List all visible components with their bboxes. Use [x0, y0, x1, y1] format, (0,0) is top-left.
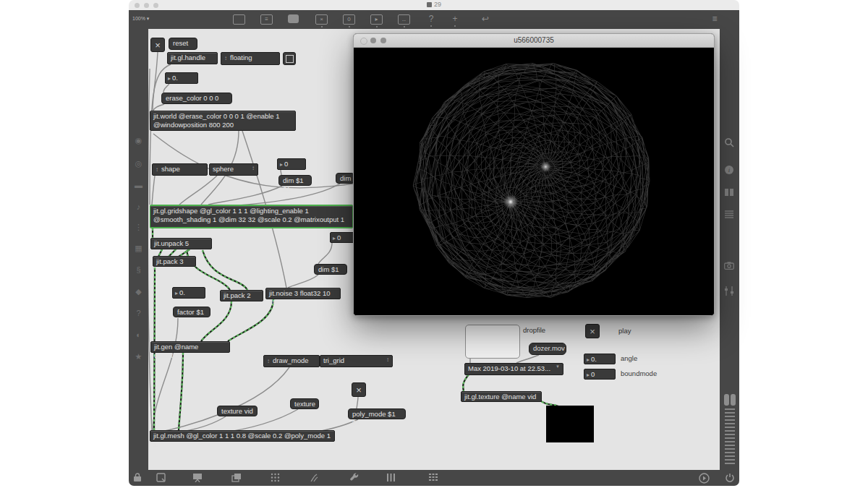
render-window: u566000735 — [353, 33, 715, 316]
poly-mode-message[interactable]: poly_mode $1 $1 — [348, 408, 406, 419]
texture-vid-message[interactable]: texture vid — [217, 406, 258, 416]
object-box-icon[interactable] — [233, 14, 245, 25]
movie-umenu[interactable]: ▼Max 2019-03-10 at 22.53... — [464, 363, 563, 375]
dozer-mov-message[interactable]: dozer.mov — [529, 343, 566, 355]
boundmode-number[interactable]: ▸0 — [584, 369, 616, 380]
console-list-icon[interactable] — [724, 210, 734, 218]
render-window-title: u566000735 — [354, 36, 714, 44]
dim51-message[interactable]: dim 51 — [336, 173, 354, 184]
search-icon[interactable] — [724, 137, 734, 147]
flonum-erase[interactable]: ▸0. — [165, 72, 198, 84]
preview-pwindow[interactable] — [546, 406, 594, 442]
timing-icon[interactable]: ◐ — [129, 330, 148, 339]
draw-mode-umenu[interactable]: ↕tri_grid — [320, 355, 393, 367]
jit-unpack-object[interactable]: jit.unpack 5 — [150, 238, 212, 249]
shape-umenu[interactable]: ↕sphere — [209, 163, 258, 176]
info-icon[interactable]: i — [724, 165, 734, 175]
jit-pack3-object[interactable]: jit.pack 3 — [153, 256, 196, 267]
music-note-icon[interactable]: ♪ — [129, 202, 148, 211]
undo-icon[interactable]: ↩ — [480, 14, 491, 23]
audio-icon[interactable]: ◎ — [129, 159, 148, 168]
number-box-icon[interactable]: 0 — [343, 14, 355, 25]
right-sidebar: i — [720, 29, 739, 470]
dropfile-region[interactable] — [465, 325, 520, 359]
add-object-icon[interactable]: + — [449, 14, 461, 23]
play-toggle[interactable]: × — [585, 324, 600, 338]
zoom-level-control[interactable]: 100% ▾ — [132, 16, 149, 22]
layers-icon[interactable] — [231, 473, 242, 482]
scrollbar-vertical[interactable] — [723, 394, 736, 466]
ui-objects-icon[interactable]: ▬ — [129, 181, 148, 189]
flonum-icon[interactable]: ▸ — [370, 14, 383, 25]
toggle-icon[interactable]: × — [315, 14, 328, 25]
bottom-toolbar — [129, 470, 739, 486]
top-toolbar: 100% ▾ ≡ × 0 ▸ ‥ ? + ↩ ≡ — [129, 10, 739, 29]
favorites-star-icon[interactable]: ★ — [129, 352, 148, 361]
attrui-icon[interactable]: ‥ — [398, 14, 410, 25]
draw-mode-attrui[interactable]: ↕draw_mode — [263, 355, 320, 367]
angle-comment[interactable]: angle — [621, 354, 637, 362]
reference-book-icon[interactable] — [724, 188, 734, 197]
jit-gl-texture-object[interactable]: jit.gl.texture @name vid — [461, 391, 542, 402]
jit-gl-mesh-object[interactable]: jit.gl.mesh @gl_color 1 1 1 0.8 @scale 0… — [150, 430, 335, 442]
jit-noise-object[interactable]: jit.noise 3 float32 10 10 — [265, 288, 341, 299]
floating-toggle[interactable] — [283, 52, 296, 65]
image-icon[interactable]: ▦ — [129, 244, 148, 253]
dim-message-b[interactable]: dim $1 $1 — [314, 264, 347, 275]
max-icon[interactable]: ◉ — [129, 136, 148, 145]
snapshot-camera-icon[interactable] — [724, 262, 734, 270]
audio-toggle-icon[interactable] — [699, 473, 710, 484]
play-comment[interactable]: play — [618, 327, 631, 335]
help-icon[interactable]: ? — [425, 14, 437, 23]
reset-message[interactable]: reset — [169, 38, 197, 50]
waffle-icon[interactable] — [428, 473, 438, 481]
wrench-icon[interactable] — [350, 473, 359, 482]
power-icon[interactable] — [725, 473, 735, 483]
jit-gl-gridshape-object[interactable]: jit.gl.gridshape @gl_color 1 1 1 @lighti… — [150, 205, 353, 228]
attachment-icon[interactable]: § — [129, 265, 148, 274]
connections-icon[interactable] — [310, 473, 319, 482]
number-dim[interactable]: ▸0 — [277, 158, 306, 170]
reset-toggle[interactable]: × — [150, 38, 165, 52]
grid-icon[interactable] — [271, 473, 280, 482]
mixer-bars-icon[interactable] — [386, 473, 396, 482]
midi-icon[interactable]: ⋮ — [129, 223, 148, 232]
erase-color-message[interactable]: erase_color 0 0 0 $1 — [161, 93, 232, 104]
patcher-doc-icon — [427, 2, 432, 7]
lock-icon[interactable] — [133, 473, 142, 482]
window-title: 29 — [129, 1, 739, 8]
app-titlebar: 29 — [129, 0, 739, 10]
angle-flonum[interactable]: ▸0. — [584, 354, 616, 364]
dim-message-a[interactable]: dim $1 $1 — [278, 175, 312, 186]
jit-pack2-object[interactable]: jit.pack 2 — [220, 290, 263, 301]
jit-world-object[interactable]: jit.world @erase_color 0 0 0 1 @enable 1… — [150, 111, 296, 131]
jit-gl-handle-object[interactable]: jit.gl.handle — [167, 52, 218, 64]
factor-message[interactable]: factor $1 — [173, 307, 210, 317]
texture-message[interactable]: texture — [290, 398, 319, 409]
message-box-icon[interactable]: ≡ — [260, 14, 273, 25]
comment-icon[interactable] — [288, 14, 299, 23]
dropfile-comment[interactable]: dropfile — [523, 326, 545, 334]
boundmode-comment[interactable]: boundmode — [621, 369, 657, 377]
render-window-titlebar[interactable]: u566000735 — [354, 34, 714, 48]
flonum-factor[interactable]: ▸0. — [172, 287, 205, 299]
shape-attrui[interactable]: ↕shape — [152, 163, 208, 176]
presentation-mode-icon[interactable] — [192, 473, 203, 482]
filters-sliders-icon[interactable] — [724, 286, 734, 296]
help-circle-icon[interactable]: ? — [129, 309, 148, 317]
poly-mode-toggle[interactable]: × — [352, 382, 366, 397]
floating-attrui[interactable]: ↕floating — [221, 52, 280, 65]
render-canvas[interactable] — [354, 48, 714, 315]
menu-icon[interactable]: ≡ — [709, 14, 720, 23]
number-dim-b[interactable]: ▸0 — [330, 232, 354, 243]
left-sidebar: ◉ ◎ ▬ ♪ ⋮ ▦ § ◆ ? ◐ ★ — [129, 29, 148, 470]
jitter-icon[interactable]: ◆ — [129, 287, 148, 296]
new-object-icon[interactable] — [156, 473, 166, 482]
jit-gen-object[interactable]: jit.gen @name distort1D — [150, 341, 230, 353]
